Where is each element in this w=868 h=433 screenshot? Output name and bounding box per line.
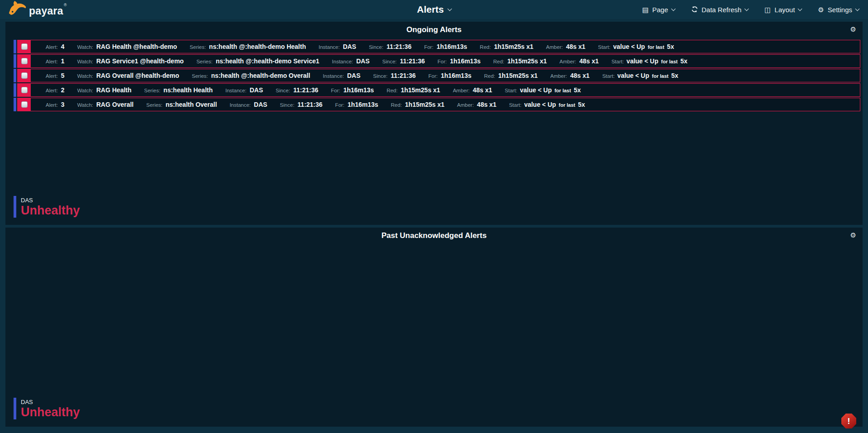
field-for: For:1h16m13s bbox=[429, 72, 472, 79]
alert-row-box: Alert:5Watch:RAG Overall @health-demoSer… bbox=[17, 69, 860, 82]
gear-icon: ⚙ bbox=[818, 6, 824, 13]
field-start: Start:value < Upfor last5x bbox=[509, 101, 585, 108]
field-alert: Alert:3 bbox=[46, 101, 65, 108]
field-since-value: 11:21:36 bbox=[293, 86, 318, 94]
field-instance-label: Instance: bbox=[323, 73, 344, 79]
field-watch-label: Watch: bbox=[77, 73, 93, 79]
field-amber-value: 48s x1 bbox=[477, 101, 496, 108]
field-start-label: Start: bbox=[509, 102, 521, 108]
field-start-label: Start: bbox=[598, 44, 610, 50]
field-for-value: 1h16m13s bbox=[450, 57, 481, 65]
field-amber-value: 48s x1 bbox=[580, 57, 599, 65]
field-start-times: 5x bbox=[574, 86, 581, 94]
instance-accent-bar bbox=[14, 398, 16, 419]
menu-layout[interactable]: ◫ Layout bbox=[764, 6, 802, 14]
field-instance-label: Instance: bbox=[332, 59, 353, 64]
field-watch-value: RAG Overall bbox=[96, 101, 133, 108]
field-for-label: For: bbox=[331, 88, 340, 93]
field-for: For:1h16m13s bbox=[438, 57, 481, 65]
alert-fields: Alert:1Watch:RAG Service1 @health-demoSe… bbox=[31, 57, 688, 65]
instance-health-block: DAS Unhealthy bbox=[14, 196, 863, 218]
panel-settings-gear-icon[interactable]: ⚙ bbox=[850, 26, 856, 33]
field-instance-value: DAS bbox=[347, 72, 361, 79]
field-red: Red:1h15m25s x1 bbox=[484, 72, 538, 79]
ongoing-alerts-title: Ongoing Alerts bbox=[406, 25, 462, 34]
alert-row: Alert:4Watch:RAG Health @health-demoSeri… bbox=[14, 40, 860, 53]
alert-fields: Alert:4Watch:RAG Health @health-demoSeri… bbox=[31, 43, 674, 50]
payara-logo[interactable]: payara ® bbox=[9, 1, 67, 18]
field-amber: Amber:48s x1 bbox=[559, 57, 599, 65]
instance-status: Unhealthy bbox=[21, 204, 80, 218]
field-instance-value: DAS bbox=[343, 43, 356, 50]
field-for: For:1h16m13s bbox=[335, 101, 378, 108]
field-amber-label: Amber: bbox=[457, 102, 474, 108]
ongoing-alerts-header: Ongoing Alerts ⚙ bbox=[5, 22, 863, 38]
field-for-label: For: bbox=[438, 59, 447, 64]
topbar: payara ® Alerts ▤ Page Data Refresh bbox=[0, 0, 868, 19]
exclamation-icon: ! bbox=[847, 416, 850, 426]
payara-fish-icon bbox=[9, 1, 27, 18]
field-for-value: 1h16m13s bbox=[343, 86, 374, 94]
field-since-value: 11:21:36 bbox=[400, 57, 425, 65]
alert-accent-bar bbox=[14, 98, 16, 111]
acknowledge-cell bbox=[18, 98, 31, 111]
field-since: Since:11:21:36 bbox=[276, 86, 318, 94]
acknowledge-checkbox[interactable] bbox=[21, 72, 28, 79]
field-series: Series:ns:health @:health-demo Health bbox=[190, 43, 306, 50]
field-amber-label: Amber: bbox=[453, 88, 470, 93]
instance-name: DAS bbox=[21, 196, 80, 204]
instance-health-text: DAS Unhealthy bbox=[21, 398, 80, 419]
field-instance-value: DAS bbox=[250, 86, 263, 94]
field-alert-label: Alert: bbox=[46, 102, 58, 108]
refresh-icon bbox=[691, 6, 698, 14]
field-start-label: Start: bbox=[505, 88, 517, 93]
instance-accent-bar bbox=[14, 196, 16, 218]
field-instance: Instance:DAS bbox=[226, 86, 263, 94]
panel-settings-gear-icon[interactable]: ⚙ bbox=[850, 232, 856, 238]
field-amber: Amber:48s x1 bbox=[457, 101, 496, 108]
acknowledge-cell bbox=[18, 84, 31, 96]
field-amber-label: Amber: bbox=[550, 73, 567, 79]
past-alerts-title: Past Unacknowledged Alerts bbox=[382, 231, 487, 240]
acknowledge-checkbox[interactable] bbox=[21, 87, 28, 93]
alert-accent-bar bbox=[14, 40, 16, 53]
field-amber: Amber:48s x1 bbox=[453, 86, 492, 94]
field-series: Series:ns:health @:health-demo Service1 bbox=[196, 57, 319, 65]
acknowledge-checkbox[interactable] bbox=[21, 58, 28, 64]
field-watch: Watch:RAG Service1 @health-demo bbox=[77, 57, 184, 65]
alert-row: Alert:3Watch:RAG OverallSeries:ns:health… bbox=[14, 98, 860, 111]
field-watch-value: RAG Service1 @health-demo bbox=[96, 57, 184, 65]
field-instance-label: Instance: bbox=[226, 88, 247, 93]
field-since-label: Since: bbox=[280, 102, 294, 108]
menu-page[interactable]: ▤ Page bbox=[642, 6, 675, 14]
menu-settings[interactable]: ⚙ Settings bbox=[818, 6, 859, 14]
field-start-qualifier: for last bbox=[661, 59, 678, 64]
acknowledge-checkbox[interactable] bbox=[21, 101, 28, 108]
instance-status: Unhealthy bbox=[21, 405, 80, 419]
field-start-times: 5x bbox=[667, 43, 674, 50]
alert-row: Alert:5Watch:RAG Overall @health-demoSer… bbox=[14, 69, 860, 82]
field-alert: Alert:4 bbox=[46, 43, 65, 50]
field-red-value: 1h15m25s x1 bbox=[507, 57, 547, 65]
past-alerts-header: Past Unacknowledged Alerts ⚙ bbox=[5, 228, 863, 244]
field-for-label: For: bbox=[429, 73, 438, 79]
acknowledge-cell bbox=[18, 69, 31, 82]
menu-data-refresh[interactable]: Data Refresh bbox=[691, 6, 748, 14]
chevron-down-icon bbox=[855, 6, 860, 11]
field-instance: Instance:DAS bbox=[230, 101, 267, 108]
menu-data-refresh-label: Data Refresh bbox=[702, 6, 741, 14]
page-title-dropdown[interactable]: Alerts bbox=[417, 4, 451, 15]
alert-row-box: Alert:4Watch:RAG Health @health-demoSeri… bbox=[17, 40, 860, 53]
field-start-value: value < Up bbox=[613, 43, 645, 50]
field-alert: Alert:2 bbox=[46, 86, 65, 94]
field-for-label: For: bbox=[335, 102, 344, 108]
field-series: Series:ns:health Health bbox=[144, 86, 213, 94]
chevron-down-icon bbox=[447, 6, 452, 11]
field-for: For:1h16m13s bbox=[424, 43, 467, 50]
acknowledge-checkbox[interactable] bbox=[21, 43, 28, 50]
field-start-qualifier: for last bbox=[554, 88, 571, 93]
field-start-qualifier: for last bbox=[652, 73, 669, 79]
field-watch: Watch:RAG Health bbox=[77, 86, 132, 94]
field-alert-label: Alert: bbox=[46, 73, 58, 79]
field-start-times: 5x bbox=[680, 57, 688, 65]
